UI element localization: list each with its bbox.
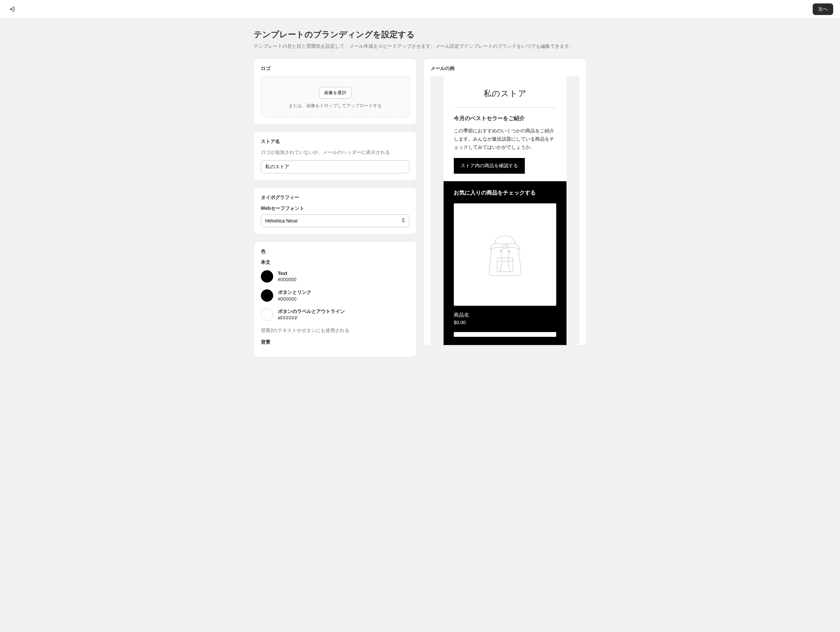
drop-hint: または、画像をドロップしてアップロードする <box>268 103 403 109</box>
logo-title: ロゴ <box>261 66 410 72</box>
swatch-icon <box>261 270 273 282</box>
color-name: Text <box>278 271 297 276</box>
preview-product-image <box>454 203 556 306</box>
background-section-label: 背景 <box>261 339 410 345</box>
color-buttons-links[interactable]: ボタンとリンク #000000 <box>261 289 410 302</box>
preview-card: メールの例 私のストア 今月のベストセラーをご紹介 この季節におすすめのいくつか… <box>423 58 587 345</box>
color-name: ボタンのラベルとアウトライン <box>278 309 345 315</box>
body-section-label: 本文 <box>261 259 410 265</box>
color-hex: #000000 <box>278 296 311 302</box>
color-name: ボタンとリンク <box>278 289 311 296</box>
color-note: 背景2のテキストやボタンにも使用される <box>261 328 410 334</box>
backpack-icon <box>483 231 527 279</box>
font-label: Webセーフフォント <box>261 205 410 211</box>
svg-rect-3 <box>503 245 507 248</box>
swatch-icon <box>261 289 273 302</box>
divider <box>454 107 556 107</box>
select-image-button[interactable]: 画像を選択 <box>319 87 351 99</box>
next-button[interactable]: 次へ <box>813 3 833 15</box>
preview-product-price: $0.00 <box>454 320 556 325</box>
preview-paragraph: この季節におすすめのいくつかの商品をご紹介します。みんなが最近話題にしている商品… <box>454 127 556 151</box>
font-select[interactable]: Helvetica Neue <box>261 214 410 227</box>
colors-title: 色 <box>261 248 410 255</box>
preview-title: メールの例 <box>431 66 579 72</box>
page-subtitle: テンプレートの見た目と雰囲気を設定して、メール作成をスピードアップさせます。メー… <box>254 43 587 50</box>
exit-icon <box>8 6 15 13</box>
store-name-input[interactable] <box>261 161 410 173</box>
color-hex: #000000 <box>278 277 297 282</box>
color-button-label-outline[interactable]: ボタンのラベルとアウトライン #FFFFFF <box>261 309 410 321</box>
store-name-subtitle: ロゴが追加されていないが、メールのヘッダーに表示される <box>261 150 410 156</box>
page-title: テンプレートのブランディングを設定する <box>254 29 587 40</box>
preview-heading: 今月のベストセラーをご紹介 <box>454 115 556 122</box>
typography-title: タイポグラフィー <box>261 194 410 201</box>
exit-button[interactable] <box>7 4 17 14</box>
preview-cta-button: ストア内の商品を確認する <box>454 158 525 174</box>
svg-rect-0 <box>497 258 513 272</box>
preview-product-name: 商品名 <box>454 312 556 318</box>
color-hex: #FFFFFF <box>278 315 345 321</box>
colors-card: 色 本文 Text #000000 ボタンとリンク #000000 <box>254 241 417 357</box>
store-name-title: ストア名 <box>261 139 410 145</box>
preview-fav-heading: お気に入りの商品をチェックする <box>454 189 556 197</box>
swatch-icon <box>261 309 273 321</box>
preview-product-image-2 <box>454 332 556 337</box>
logo-card: ロゴ 画像を選択 または、画像をドロップしてアップロードする <box>254 58 417 125</box>
typography-card: タイポグラフィー Webセーフフォント Helvetica Neue <box>254 188 417 235</box>
color-text[interactable]: Text #000000 <box>261 270 410 282</box>
logo-dropzone[interactable]: 画像を選択 または、画像をドロップしてアップロードする <box>261 76 410 117</box>
preview-store-name: 私のストア <box>454 86 556 107</box>
store-name-card: ストア名 ロゴが追加されていないが、メールのヘッダーに表示される <box>254 131 417 181</box>
